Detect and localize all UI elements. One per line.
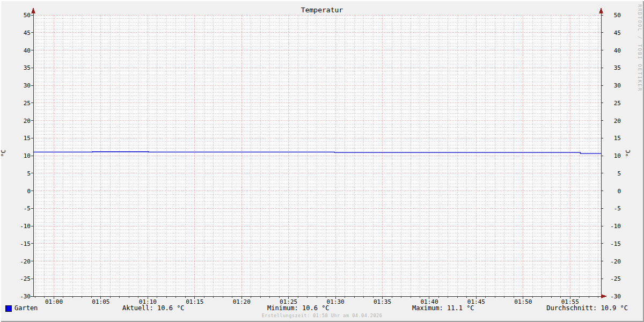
rrdtool-temperature-graph: Temperatur RRDTOOL / TOBI OETIKER 505045… xyxy=(0,0,644,322)
stat-aktuell: Aktuell: 10.6 °C xyxy=(122,304,185,312)
svg-text:45: 45 xyxy=(24,30,31,36)
svg-text:25: 25 xyxy=(614,100,621,107)
svg-text:5: 5 xyxy=(617,170,621,177)
svg-text:20: 20 xyxy=(614,118,621,125)
svg-text:25: 25 xyxy=(24,100,31,107)
svg-text:5: 5 xyxy=(27,170,31,177)
stat-minimum: Minimum: 10.6 °C xyxy=(267,304,330,312)
svg-text:-5: -5 xyxy=(614,205,621,212)
svg-text:10: 10 xyxy=(24,152,31,159)
svg-text:-15: -15 xyxy=(20,240,31,247)
svg-text:50: 50 xyxy=(614,12,621,19)
svg-text:-25: -25 xyxy=(610,275,621,282)
svg-text:30: 30 xyxy=(24,82,31,89)
svg-text:-15: -15 xyxy=(610,240,621,247)
y-axis-unit-left: °C xyxy=(0,150,7,157)
svg-text:30: 30 xyxy=(614,82,621,89)
svg-text:01:35: 01:35 xyxy=(374,298,391,305)
svg-text:45: 45 xyxy=(614,30,621,36)
stat-durchschnitt: Durchschnitt: 10.9 °C xyxy=(546,304,628,312)
stat-maximum: Maximum: 11.1 °C xyxy=(412,304,474,312)
svg-text:01:20: 01:20 xyxy=(233,298,251,305)
legend-series-label: Garten xyxy=(14,304,38,312)
svg-text:35: 35 xyxy=(614,64,621,71)
svg-text:-20: -20 xyxy=(610,258,621,265)
svg-text:-30: -30 xyxy=(610,293,621,300)
y-axis-unit-right: °C xyxy=(625,150,632,157)
temperature-chart-plot: 5050454540403535303025252020151510105500… xyxy=(0,0,644,322)
svg-text:-10: -10 xyxy=(610,223,621,230)
svg-text:01:00: 01:00 xyxy=(45,298,63,305)
svg-text:-30: -30 xyxy=(20,293,31,300)
legend-swatch-garten xyxy=(5,305,12,312)
svg-text:-10: -10 xyxy=(20,223,31,230)
svg-text:-20: -20 xyxy=(20,258,31,265)
svg-text:10: 10 xyxy=(614,152,621,159)
svg-text:01:50: 01:50 xyxy=(514,298,532,305)
svg-text:50: 50 xyxy=(24,12,31,19)
svg-text:0: 0 xyxy=(617,188,621,195)
creation-timestamp: Erstellungszeit: 01:58 Uhr am 04.04.2026 xyxy=(0,313,644,318)
svg-text:0: 0 xyxy=(27,188,31,195)
svg-text:20: 20 xyxy=(24,118,31,125)
svg-text:35: 35 xyxy=(24,64,31,71)
svg-text:40: 40 xyxy=(24,47,31,54)
svg-text:01:05: 01:05 xyxy=(92,298,109,305)
svg-text:40: 40 xyxy=(614,47,621,54)
svg-text:15: 15 xyxy=(614,135,621,142)
svg-text:-5: -5 xyxy=(24,205,31,212)
svg-text:-25: -25 xyxy=(20,275,31,282)
svg-text:01:15: 01:15 xyxy=(186,298,203,305)
svg-text:15: 15 xyxy=(24,135,31,142)
